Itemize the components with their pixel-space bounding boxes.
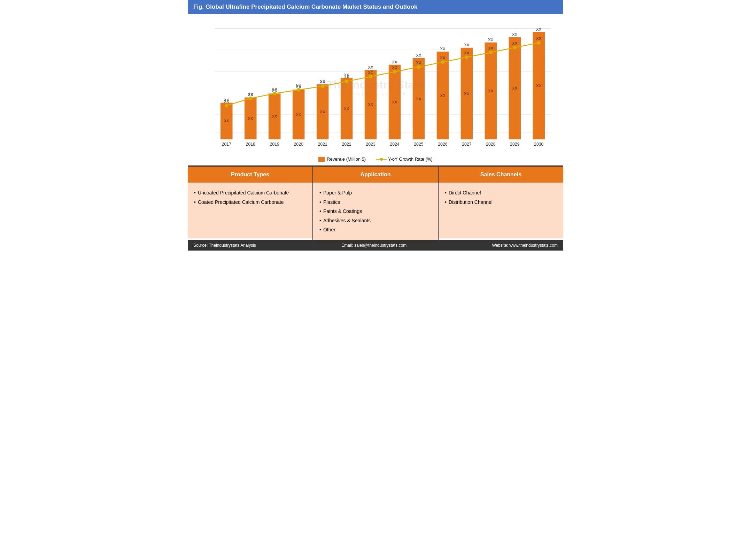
svg-text:2018: 2018	[246, 142, 256, 147]
list-item: Uncoated Precipitated Calcium Carbonate	[194, 188, 306, 198]
svg-text:XX: XX	[296, 84, 302, 88]
svg-text:XX: XX	[464, 92, 470, 96]
svg-text:XX: XX	[464, 43, 470, 47]
product-types-col: Product Types Uncoated Precipitated Calc…	[188, 167, 313, 240]
svg-text:2023: 2023	[366, 142, 376, 147]
svg-text:2027: 2027	[462, 142, 472, 147]
svg-text:XX: XX	[512, 41, 518, 45]
list-item: Paints & Coatings	[319, 207, 432, 216]
list-item: Direct Channel	[445, 188, 557, 198]
list-item: Adhesives & Sealants	[319, 216, 432, 225]
svg-text:XX: XX	[512, 86, 518, 90]
footer-source: Source: Theindustrystats Analysis	[193, 243, 256, 248]
application-header: Application	[313, 167, 438, 183]
chart-container: The Industry Stats market research XXXX2…	[195, 21, 556, 154]
product-types-list: Uncoated Precipitated Calcium Carbonate …	[194, 188, 306, 207]
chart-svg: XXXX2017XXXX2018XXXX2019XXXX2020XXXX2021…	[195, 21, 556, 154]
svg-text:XX: XX	[344, 75, 350, 79]
sales-channels-header-text: Sales Channels	[480, 171, 521, 177]
svg-text:XX: XX	[464, 51, 470, 55]
svg-text:XX: XX	[320, 80, 326, 84]
bottom-section: Product Types Uncoated Precipitated Calc…	[188, 166, 563, 240]
svg-text:XX: XX	[320, 110, 326, 114]
svg-text:XX: XX	[536, 84, 542, 88]
svg-text:XX: XX	[272, 114, 278, 118]
svg-text:XX: XX	[272, 87, 278, 91]
svg-point-89	[393, 70, 396, 74]
svg-point-79	[273, 92, 276, 95]
svg-text:XX: XX	[368, 70, 374, 75]
legend-bar-icon	[318, 157, 325, 162]
svg-text:2030: 2030	[534, 142, 544, 147]
svg-point-97	[489, 51, 493, 54]
list-item: Coated Precipitated Calcium Carbonate	[194, 198, 306, 207]
svg-text:2020: 2020	[294, 142, 303, 147]
sales-channels-col: Sales Channels Direct Channel Distributi…	[439, 167, 563, 240]
sales-channels-list: Direct Channel Distribution Channel	[445, 188, 557, 207]
svg-text:2021: 2021	[318, 142, 327, 147]
footer-website: Website: www.theindustrystats.com	[492, 243, 558, 248]
sales-channels-body: Direct Channel Distribution Channel	[439, 183, 563, 238]
svg-point-91	[417, 65, 420, 69]
svg-point-75	[225, 104, 228, 107]
application-body: Paper & Pulp Plastics Paints & Coatings …	[313, 183, 438, 240]
svg-text:XX: XX	[488, 38, 494, 42]
svg-text:XX: XX	[536, 27, 542, 31]
svg-point-104	[380, 158, 383, 161]
svg-point-83	[321, 84, 324, 88]
svg-text:XX: XX	[392, 100, 397, 104]
svg-text:2025: 2025	[414, 142, 424, 147]
svg-text:2026: 2026	[438, 142, 448, 147]
page-title: Fig. Global Ultrafine Precipitated Calci…	[188, 0, 563, 14]
svg-point-101	[537, 41, 541, 44]
svg-text:XX: XX	[248, 116, 254, 121]
chart-area: The Industry Stats market research XXXX2…	[188, 14, 563, 166]
svg-text:XX: XX	[440, 47, 446, 51]
product-types-header-text: Product Types	[231, 171, 269, 177]
title-text: Fig. Global Ultrafine Precipitated Calci…	[193, 3, 417, 10]
svg-text:2017: 2017	[222, 142, 232, 147]
legend-line-icon	[376, 157, 387, 162]
list-item: Distribution Channel	[445, 198, 557, 207]
list-item: Plastics	[319, 198, 432, 207]
footer-email: Email: sales@theindustrystats.com	[341, 243, 407, 248]
page-footer: Source: Theindustrystats Analysis Email:…	[188, 240, 563, 251]
svg-text:XX: XX	[416, 53, 421, 57]
svg-point-93	[441, 60, 444, 64]
application-col: Application Paper & Pulp Plastics Paints…	[313, 167, 439, 240]
legend-bar-label: Revenue (Million $)	[327, 156, 366, 162]
svg-text:XX: XX	[512, 32, 518, 37]
svg-point-87	[369, 75, 372, 78]
svg-text:2019: 2019	[270, 142, 280, 147]
svg-text:XX: XX	[416, 97, 421, 101]
sales-channels-header: Sales Channels	[439, 167, 563, 183]
chart-legend: Revenue (Million $) Y-oY Growth Rate (%)	[195, 156, 556, 162]
svg-text:XX: XX	[392, 66, 397, 70]
svg-text:XX: XX	[488, 46, 494, 50]
application-header-text: Application	[360, 171, 390, 177]
svg-text:XX: XX	[224, 99, 230, 103]
svg-text:XX: XX	[416, 61, 421, 65]
list-item: Paper & Pulp	[319, 188, 432, 198]
product-types-body: Uncoated Precipitated Calcium Carbonate …	[188, 183, 312, 238]
application-list: Paper & Pulp Plastics Paints & Coatings …	[319, 188, 432, 235]
svg-point-95	[465, 55, 469, 59]
svg-point-99	[513, 46, 517, 49]
svg-text:XX: XX	[536, 36, 542, 40]
svg-text:XX: XX	[392, 60, 397, 64]
svg-text:XX: XX	[224, 119, 230, 123]
svg-text:XX: XX	[488, 89, 494, 93]
svg-text:XX: XX	[368, 102, 374, 107]
svg-text:XX: XX	[368, 65, 374, 69]
svg-text:XX: XX	[296, 113, 302, 117]
svg-text:XX: XX	[248, 92, 254, 96]
product-types-header: Product Types	[188, 167, 312, 183]
svg-text:XX: XX	[344, 107, 350, 111]
legend-bar-item: Revenue (Million $)	[318, 156, 366, 162]
svg-text:2029: 2029	[510, 142, 520, 147]
list-item: Other	[319, 225, 432, 235]
svg-point-77	[249, 97, 252, 100]
svg-text:XX: XX	[440, 93, 446, 98]
svg-point-85	[345, 80, 348, 83]
svg-text:XX: XX	[440, 56, 446, 60]
